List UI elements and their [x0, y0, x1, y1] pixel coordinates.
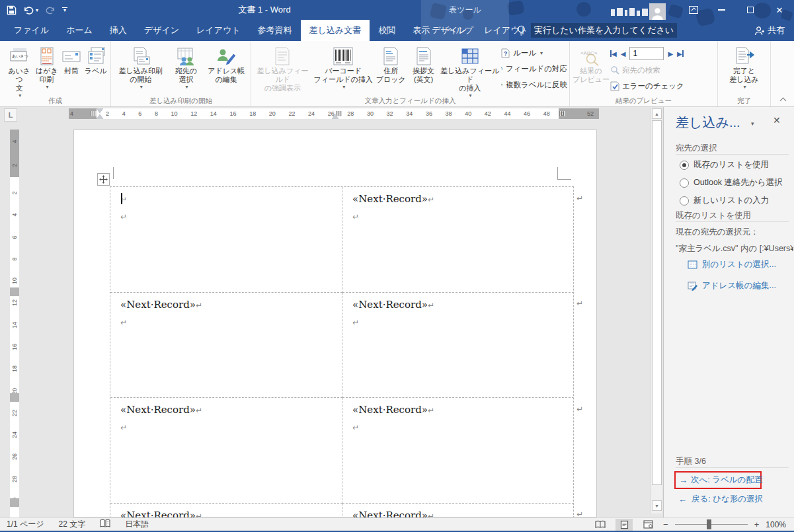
vertical-ruler[interactable]: 4 2 24 68 1012 1416 1820 2224 2628 30 [10, 130, 19, 517]
previous-step-link[interactable]: ← 戻る: ひな形の選択 [678, 494, 763, 505]
language-indicator[interactable]: 日本語 [125, 519, 149, 530]
zoom-out-button[interactable]: − [663, 519, 668, 529]
tab-table-design[interactable]: デザイン [423, 20, 475, 41]
label-cell[interactable]: «Next·Record»↵ ↵ [342, 504, 574, 519]
tab-references[interactable]: 参考資料 [249, 20, 301, 41]
horizontal-ruler[interactable]: 4 2 24 68 1012 1416 1820 2224 2628 3032 … [69, 108, 599, 119]
match-fields-button[interactable]: フィールドの対応 [501, 62, 567, 75]
dropdown-arrow-icon: ▾ [540, 50, 543, 56]
select-recipients-icon [176, 46, 196, 67]
label-cell[interactable]: «Next·Record»↵ ↵ [342, 293, 574, 399]
share-button[interactable]: 共有 [754, 20, 785, 41]
table-move-handle[interactable] [97, 173, 110, 186]
select-recipients-button[interactable]: 宛先の 選択▾ [169, 44, 204, 90]
check-errors-button[interactable]: エラーのチェック [610, 79, 711, 93]
account-avatar[interactable] [649, 3, 666, 20]
envelopes-button[interactable]: 封筒 [60, 44, 83, 75]
edit-recipient-list-link[interactable]: アドレス帳の編集... [688, 280, 776, 291]
first-line-indent-marker[interactable] [97, 108, 103, 113]
scrollbar-thumb[interactable] [652, 120, 662, 485]
table-row-marker[interactable] [10, 498, 19, 507]
start-mail-merge-button[interactable]: 差し込み印刷 の開始▾ [113, 44, 169, 90]
last-record-button[interactable]: ▶ [677, 50, 684, 57]
rules-button[interactable]: ? ルール▾ [501, 46, 567, 59]
label-cell[interactable]: «Next·Record»↵ ↵ [342, 187, 574, 293]
zoom-level[interactable]: 100% [766, 520, 786, 529]
document-scrollbar[interactable]: ▲ ▼ [651, 108, 662, 513]
greeting-line-button[interactable]: あいさつ あいさつ 文▾ [5, 44, 33, 98]
ribbon-group-create: あいさつ あいさつ 文▾ はがき 印刷▾ 封筒 ラベル [0, 41, 111, 106]
label-cell[interactable]: ↵ ↵ [110, 187, 342, 293]
label-cell[interactable]: «Next·Record»↵ ↵ [110, 504, 342, 519]
zoom-slider-thumb[interactable] [707, 519, 711, 529]
table-row-marker[interactable] [10, 287, 19, 296]
insert-merge-field-button[interactable]: 差し込みフィールド の挿入▾ [440, 44, 500, 98]
maximize-button[interactable] [736, 0, 765, 20]
scroll-up-button[interactable]: ▲ [652, 108, 662, 119]
window-controls: ✕ [680, 0, 794, 20]
find-recipient-button[interactable]: 宛先の検索 [610, 63, 711, 77]
undo-button[interactable]: ▾ [23, 5, 38, 15]
previous-record-button[interactable]: ◀ [621, 50, 626, 57]
titlebar-decoration [506, 0, 524, 16]
hanging-indent-marker[interactable] [97, 114, 103, 119]
annotation-red-box: → 次へ: ラベルの配置 [674, 471, 762, 489]
insert-barcode-field-button[interactable]: バーコード フィールドの挿入▾ [312, 44, 375, 90]
ribbon-display-options-button[interactable] [680, 0, 707, 20]
page-indicator[interactable]: 1/1 ページ [7, 519, 44, 530]
tab-file[interactable]: ファイル [5, 20, 58, 41]
web-layout-button[interactable] [639, 519, 656, 531]
tell-me-search[interactable]: 実行したい作業を入力してください [517, 20, 677, 41]
read-mode-button[interactable] [592, 519, 609, 531]
customize-qat-button[interactable]: ▾ [62, 7, 67, 13]
document-page[interactable]: ↵ ↵ «Next·Record»↵ ↵ «Next·Record»↵ ↵ «N… [73, 130, 597, 517]
tab-review[interactable]: 校閲 [370, 20, 404, 41]
tab-insert[interactable]: 挿入 [101, 20, 136, 41]
select-different-list-link[interactable]: 別のリストの選択... [688, 259, 776, 270]
cell-indent-marker[interactable] [332, 114, 338, 119]
update-labels-button[interactable]: 複数ラベルに反映 [501, 78, 567, 91]
quick-access-toolbar: ▾ ▾ [7, 2, 67, 18]
greeting-line-en-button[interactable]: 挨拶文 (英文) [407, 44, 440, 84]
edit-recipient-list-button[interactable]: アドレス帳 の編集 [204, 44, 249, 84]
tab-layout[interactable]: レイアウト [188, 20, 249, 41]
address-block-button[interactable]: 住所 ブロック [375, 44, 407, 84]
tab-stop-selector[interactable]: L [4, 108, 17, 122]
group-label-finish: 完了 [718, 96, 770, 106]
redo-button[interactable] [45, 5, 56, 15]
record-number-input[interactable] [629, 47, 664, 60]
preview-results-button[interactable]: «ABC» 結果の プレビュー [572, 44, 610, 84]
scroll-down-button[interactable]: ▼ [652, 500, 662, 511]
close-button[interactable]: ✕ [765, 0, 794, 20]
search-input[interactable]: 実行したい作業を入力してください [531, 23, 677, 38]
table-column-marker[interactable] [91, 111, 97, 116]
save-button[interactable] [7, 5, 17, 15]
proofing-icon[interactable] [100, 519, 110, 530]
label-cell[interactable]: «Next·Record»↵ ↵ [110, 398, 342, 504]
section-use-existing-list: 既存のリストを使用 [676, 210, 751, 221]
pane-menu-caret-icon[interactable]: ▾ [751, 120, 754, 127]
print-layout-button[interactable] [615, 519, 633, 531]
zoom-in-button[interactable]: + [754, 519, 760, 529]
label-cell[interactable]: «Next·Record»↵ ↵ [342, 398, 574, 504]
table-row-marker[interactable] [10, 393, 19, 402]
postcard-print-button[interactable]: はがき 印刷▾ [33, 44, 60, 90]
radio-type-new-list[interactable]: 新しいリストの入力 [680, 195, 769, 206]
tab-design[interactable]: デザイン [136, 20, 188, 41]
finish-merge-button[interactable]: 完了と 差し込み▾ [723, 44, 766, 90]
minimize-button[interactable] [707, 0, 736, 20]
word-count[interactable]: 22 文字 [59, 519, 86, 530]
radio-use-existing-list[interactable]: 既存のリストを使用 [680, 159, 769, 171]
next-record-button[interactable]: ▶ [668, 50, 673, 57]
zoom-slider[interactable] [675, 524, 748, 525]
pane-close-icon[interactable]: ✕ [773, 115, 781, 126]
tab-mailings-active[interactable]: 差し込み文書 [301, 20, 370, 41]
highlight-merge-fields-button[interactable]: 差し込みフィールド の強調表示 [253, 44, 312, 93]
labels-button[interactable]: ラベル [83, 44, 108, 75]
next-step-link[interactable]: 次へ: ラベルの配置 [691, 475, 762, 486]
first-record-button[interactable]: ◀ [610, 50, 617, 57]
tab-home[interactable]: ホーム [58, 20, 101, 41]
label-cell[interactable]: «Next·Record»↵ ↵ [110, 293, 342, 399]
radio-outlook-contacts[interactable]: Outlook 連絡先から選択 [680, 177, 783, 188]
collapse-ribbon-button[interactable] [780, 96, 786, 102]
